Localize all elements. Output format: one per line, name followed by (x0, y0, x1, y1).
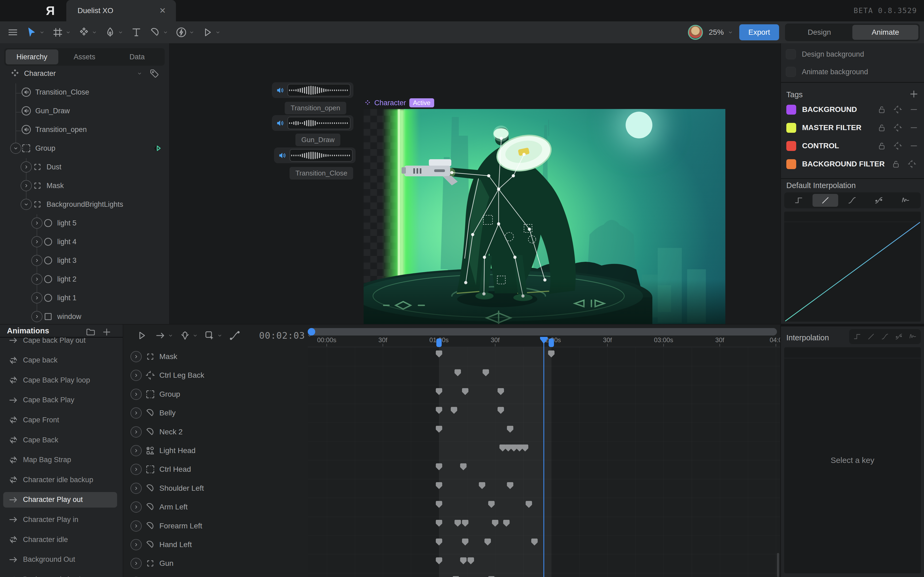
tree-item[interactable]: Group (0, 140, 169, 156)
audio-event[interactable] (272, 82, 354, 98)
lock-icon[interactable] (891, 159, 901, 169)
one-shot-icon[interactable] (155, 330, 166, 341)
chevron-down-icon[interactable] (163, 29, 168, 35)
chevron-down-icon[interactable] (65, 29, 71, 35)
cursor-tool[interactable] (26, 26, 37, 38)
pen-tool[interactable] (104, 26, 116, 38)
timeline-track[interactable]: Gun (123, 555, 308, 571)
timeline-vertical-scrollbar[interactable] (777, 553, 779, 577)
spring-interpolation-button[interactable] (906, 331, 919, 342)
tree-item[interactable]: light 5 (0, 215, 169, 231)
tag-color-swatch[interactable] (786, 141, 796, 151)
curve-icon[interactable] (229, 330, 241, 341)
animation-item[interactable]: Cape Front (3, 412, 117, 428)
expand-toggle[interactable] (31, 218, 42, 229)
lock-icon[interactable] (877, 123, 887, 132)
expand-toggle[interactable] (31, 311, 42, 322)
frame-tool[interactable] (52, 26, 64, 38)
lightning-tool[interactable] (175, 26, 187, 38)
minus-icon[interactable] (909, 105, 919, 114)
tree-item[interactable]: Mask (0, 177, 169, 193)
tag-color-swatch[interactable] (786, 105, 796, 114)
bezier-interpolation-button[interactable] (892, 331, 905, 342)
design-mode-button[interactable]: Design (786, 25, 852, 40)
tag-row[interactable]: BACKGROUND FILTER (786, 157, 919, 171)
expand-toggle[interactable] (31, 274, 42, 285)
tree-item[interactable]: Gun_Draw (0, 103, 169, 119)
tag-row[interactable]: CONTROL (786, 139, 919, 153)
tag-icon[interactable] (149, 68, 160, 79)
expand-toggle[interactable] (131, 370, 142, 381)
lock-icon[interactable] (877, 141, 887, 151)
tag-row[interactable]: MASTER FILTER (786, 121, 919, 135)
tab-hierarchy[interactable]: Hierarchy (6, 50, 58, 64)
checkbox[interactable] (786, 49, 796, 59)
target-icon[interactable] (893, 123, 903, 132)
stage-canvas[interactable]: Character Active Transition_openGun_Draw… (170, 43, 780, 324)
rive-logo-icon[interactable]: R (43, 4, 58, 18)
expand-toggle[interactable] (31, 255, 42, 266)
chevron-down-icon[interactable] (215, 29, 221, 35)
tree-item[interactable]: light 2 (0, 271, 169, 287)
target-icon[interactable] (907, 159, 917, 169)
tag-row[interactable]: BACKGROUND (786, 103, 919, 116)
expand-toggle[interactable] (31, 292, 42, 303)
tree-item[interactable]: light 3 (0, 253, 169, 269)
target-icon[interactable] (893, 141, 903, 151)
animation-item[interactable]: Background Out (3, 552, 117, 567)
expand-toggle[interactable] (131, 351, 142, 362)
checkbox[interactable] (786, 67, 796, 77)
tree-item[interactable]: Transition_open (0, 121, 169, 137)
animation-item[interactable]: Character idle (3, 532, 117, 547)
play-button[interactable] (136, 330, 147, 341)
chevron-down-icon[interactable] (118, 29, 124, 35)
animation-item[interactable]: Background play In (3, 572, 117, 577)
timeline-track[interactable]: Map Bag Strap (123, 574, 308, 577)
chevron-down-icon[interactable] (217, 333, 223, 338)
chevron-down-icon[interactable] (192, 333, 198, 338)
text-tool[interactable] (131, 26, 142, 38)
animation-item[interactable]: Cape Back Play (3, 392, 117, 408)
step-interpolation-button[interactable] (851, 331, 864, 342)
ease-interpolation-button[interactable] (879, 331, 892, 342)
export-button[interactable]: Export (739, 24, 779, 40)
artboard-title[interactable]: Character Active (364, 98, 434, 107)
bone-tool[interactable] (149, 26, 161, 38)
animation-item[interactable]: Cape Back (3, 432, 117, 448)
chevron-down-icon[interactable] (168, 333, 173, 338)
play-tool[interactable] (202, 26, 213, 38)
spring-interpolation-button[interactable] (893, 194, 918, 207)
timeline-track[interactable]: Mask (123, 348, 308, 364)
timeline-track[interactable]: Light Head (123, 443, 308, 459)
tab-assets[interactable]: Assets (58, 50, 111, 64)
animation-item[interactable]: Map Bag Strap (3, 452, 117, 468)
timeline-marker[interactable] (436, 338, 442, 347)
current-time[interactable]: 00:02:03 (259, 330, 305, 341)
pin-tool-icon[interactable] (179, 330, 191, 341)
timeline-track[interactable]: Neck 2 (123, 424, 308, 440)
expand-toggle[interactable] (131, 521, 142, 532)
play-badge-icon[interactable] (153, 144, 162, 153)
expand-toggle[interactable] (21, 180, 32, 191)
timeline-track[interactable]: Forearm Left (123, 518, 308, 534)
add-tag-button[interactable] (908, 89, 919, 99)
tag-color-swatch[interactable] (786, 159, 796, 169)
expand-toggle[interactable] (131, 426, 142, 438)
expand-toggle[interactable] (131, 501, 142, 513)
file-tab[interactable]: Duelist XO ✕ (66, 0, 176, 21)
expand-toggle[interactable] (131, 558, 142, 569)
expand-toggle[interactable] (131, 445, 142, 456)
expand-toggle[interactable] (131, 408, 142, 419)
audio-event[interactable] (274, 147, 355, 163)
target-icon[interactable] (893, 105, 903, 114)
expand-toggle[interactable] (131, 464, 142, 475)
ease-interpolation-button[interactable] (839, 194, 865, 207)
animation-item[interactable]: Character idle backup (3, 472, 117, 488)
linear-interpolation-button[interactable] (865, 331, 877, 342)
animation-item[interactable]: Cape Back Play loop (3, 372, 117, 388)
timeline-track[interactable]: Ctrl Head (123, 461, 308, 477)
animation-item[interactable]: Cape back (3, 353, 117, 368)
minus-icon[interactable] (909, 141, 919, 151)
tree-item[interactable]: Dust (0, 159, 169, 175)
tab-data[interactable]: Data (111, 50, 163, 64)
